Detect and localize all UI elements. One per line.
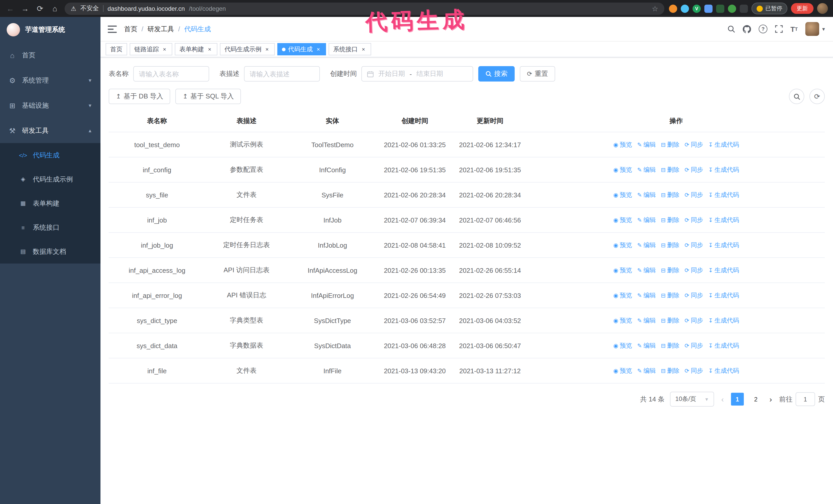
table-name-input[interactable] <box>133 66 209 81</box>
hamburger-icon[interactable] <box>108 25 117 33</box>
tab-home[interactable]: 首页 <box>105 43 127 55</box>
action-sync-link[interactable]: ⟳同步 <box>685 341 703 350</box>
extension-people-icon[interactable] <box>704 4 713 13</box>
user-avatar[interactable]: ▼ <box>805 22 826 36</box>
browser-update-button[interactable]: 更新 <box>791 3 813 14</box>
tab-system-api[interactable]: 系统接口 × <box>329 43 371 55</box>
sidebar-item-db-docs[interactable]: ▤ 数据库文档 <box>0 239 100 264</box>
forward-icon[interactable]: → <box>20 0 30 17</box>
action-generate-code-link[interactable]: ↧生成代码 <box>708 241 739 249</box>
action-delete-link[interactable]: ⊟删除 <box>661 316 679 325</box>
tab-close-icon[interactable]: × <box>207 46 213 52</box>
action-delete-link[interactable]: ⊟删除 <box>661 266 679 274</box>
action-preview-link[interactable]: ◉预览 <box>613 140 632 149</box>
page-size-select[interactable]: 10条/页 ▼ <box>670 392 714 407</box>
action-sync-link[interactable]: ⟳同步 <box>685 291 703 300</box>
back-icon[interactable]: ← <box>5 0 15 17</box>
action-sync-link[interactable]: ⟳同步 <box>685 140 703 149</box>
app-logo-row[interactable]: 芋道管理系统 <box>0 17 100 43</box>
action-edit-link[interactable]: ✎编辑 <box>637 140 656 149</box>
address-bar[interactable]: ⚠ 不安全 dashboard.yudao.iocoder.cn /tool/c… <box>65 2 664 15</box>
next-page-button[interactable]: › <box>768 395 774 404</box>
action-generate-code-link[interactable]: ↧生成代码 <box>708 316 739 325</box>
tab-close-icon[interactable]: × <box>264 46 270 52</box>
tab-close-icon[interactable]: × <box>360 46 366 52</box>
date-range-picker[interactable]: 开始日期 - 结束日期 <box>361 66 473 81</box>
action-sync-link[interactable]: ⟳同步 <box>685 366 703 375</box>
action-preview-link[interactable]: ◉预览 <box>613 341 632 350</box>
tab-close-icon[interactable]: × <box>162 46 168 52</box>
sidebar-item-infrastructure[interactable]: ⊞ 基础设施 ▼ <box>0 93 100 118</box>
action-generate-code-link[interactable]: ↧生成代码 <box>708 165 739 174</box>
action-sync-link[interactable]: ⟳同步 <box>685 241 703 249</box>
action-generate-code-link[interactable]: ↧生成代码 <box>708 341 739 350</box>
search-button[interactable]: 搜索 <box>478 66 515 81</box>
action-edit-link[interactable]: ✎编辑 <box>637 341 656 350</box>
action-delete-link[interactable]: ⊟删除 <box>661 140 679 149</box>
action-generate-code-link[interactable]: ↧生成代码 <box>708 366 739 375</box>
table-desc-input[interactable] <box>244 66 320 81</box>
page-button-1[interactable]: 1 <box>731 393 744 406</box>
action-preview-link[interactable]: ◉预览 <box>613 366 632 375</box>
action-sync-link[interactable]: ⟳同步 <box>685 190 703 199</box>
search-icon[interactable] <box>728 22 735 36</box>
action-preview-link[interactable]: ◉预览 <box>613 291 632 300</box>
action-edit-link[interactable]: ✎编辑 <box>637 190 656 199</box>
action-sync-link[interactable]: ⟳同步 <box>685 165 703 174</box>
extension-drop-icon[interactable] <box>681 4 689 13</box>
import-sql-button[interactable]: ↥ 基于 SQL 导入 <box>175 89 241 104</box>
action-edit-link[interactable]: ✎编辑 <box>637 266 656 274</box>
action-delete-link[interactable]: ⊟删除 <box>661 241 679 249</box>
action-edit-link[interactable]: ✎编辑 <box>637 316 656 325</box>
extension-v-icon[interactable]: V <box>693 4 701 13</box>
fullscreen-icon[interactable] <box>775 22 783 36</box>
breadcrumb-current[interactable]: 代码生成 <box>184 24 211 33</box>
action-edit-link[interactable]: ✎编辑 <box>637 291 656 300</box>
action-generate-code-link[interactable]: ↧生成代码 <box>708 140 739 149</box>
action-generate-code-link[interactable]: ↧生成代码 <box>708 216 739 224</box>
action-delete-link[interactable]: ⊟删除 <box>661 341 679 350</box>
action-sync-link[interactable]: ⟳同步 <box>685 266 703 274</box>
extension-fox-icon[interactable] <box>669 4 677 13</box>
sidebar-item-system-api[interactable]: ≡ 系统接口 <box>0 215 100 239</box>
refresh-table-button[interactable]: ⟳ <box>809 89 825 104</box>
extension-leaf-icon[interactable] <box>728 4 736 13</box>
sidebar-item-form-builder[interactable]: ▦ 表单构建 <box>0 191 100 215</box>
extension-puzzle-icon[interactable] <box>740 4 748 13</box>
reload-icon[interactable]: ⟳ <box>35 0 45 17</box>
tab-tracing[interactable]: 链路追踪 × <box>130 43 172 55</box>
action-generate-code-link[interactable]: ↧生成代码 <box>708 291 739 300</box>
goto-page-input[interactable] <box>795 392 815 406</box>
action-preview-link[interactable]: ◉预览 <box>613 165 632 174</box>
action-edit-link[interactable]: ✎编辑 <box>637 366 656 375</box>
font-size-icon[interactable]: TT <box>790 22 798 36</box>
bookmark-star-icon[interactable]: ☆ <box>652 4 658 13</box>
action-preview-link[interactable]: ◉预览 <box>613 241 632 249</box>
action-delete-link[interactable]: ⊟删除 <box>661 366 679 375</box>
action-preview-link[interactable]: ◉预览 <box>613 216 632 224</box>
extension-card-icon[interactable] <box>716 4 724 13</box>
breadcrumb-dev-tools[interactable]: 研发工具 <box>147 24 174 33</box>
home-icon[interactable]: ⌂ <box>50 0 60 17</box>
action-delete-link[interactable]: ⊟删除 <box>661 190 679 199</box>
tab-form-builder[interactable]: 表单构建 × <box>175 43 217 55</box>
github-icon[interactable] <box>743 22 751 36</box>
tab-codegen-example[interactable]: 代码生成示例 × <box>220 43 275 55</box>
sidebar-item-system-management[interactable]: ⚙ 系统管理 ▼ <box>0 68 100 93</box>
action-delete-link[interactable]: ⊟删除 <box>661 216 679 224</box>
action-preview-link[interactable]: ◉预览 <box>613 316 632 325</box>
sidebar-item-home[interactable]: ⌂ 首页 <box>0 43 100 68</box>
action-edit-link[interactable]: ✎编辑 <box>637 241 656 249</box>
action-edit-link[interactable]: ✎编辑 <box>637 165 656 174</box>
action-delete-link[interactable]: ⊟删除 <box>661 291 679 300</box>
tab-close-icon[interactable]: × <box>315 46 322 52</box>
toggle-search-button[interactable] <box>789 89 804 104</box>
action-edit-link[interactable]: ✎编辑 <box>637 216 656 224</box>
action-preview-link[interactable]: ◉预览 <box>613 266 632 274</box>
action-delete-link[interactable]: ⊟删除 <box>661 165 679 174</box>
sidebar-item-codegen[interactable]: </> 代码生成 <box>0 143 100 167</box>
reset-button[interactable]: ⟳ 重置 <box>520 66 555 81</box>
page-button-2[interactable]: 2 <box>749 393 762 406</box>
paused-badge[interactable]: 已暂停 <box>752 3 787 14</box>
action-sync-link[interactable]: ⟳同步 <box>685 216 703 224</box>
